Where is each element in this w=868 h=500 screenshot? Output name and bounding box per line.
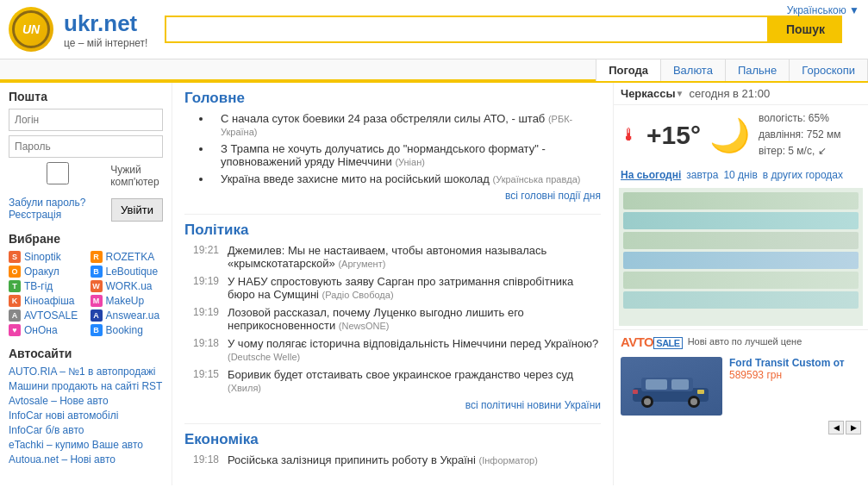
fav-onona[interactable]: ♥ОнОна (9, 324, 82, 336)
foreign-computer-row: Чужий комп'ютер (9, 162, 163, 190)
tab-horoscope[interactable]: Гороскопи (790, 59, 868, 81)
foreign-computer-checkbox[interactable] (9, 162, 107, 184)
vibrane-section: Вибране SSinoptik RROZETKA ООракул BLeBo… (9, 232, 163, 336)
login-input[interactable] (9, 109, 163, 131)
avto-next-btn[interactable]: ▶ (846, 421, 861, 434)
car-info: Ford Transit Custom от 589593 грн (729, 357, 845, 416)
fav-onona-icon: ♥ (9, 324, 21, 336)
fav-rozetka-icon: R (91, 251, 103, 263)
poshta-section: Пошта Чужий комп'ютер Забули пароль? Реє… (9, 90, 163, 222)
fav-answear[interactable]: AAnswear.ua (91, 309, 164, 322)
weather-dropdown-icon: ▼ (676, 89, 684, 98)
autosite-etachki[interactable]: eTachki – купимо Ваше авто (9, 439, 163, 451)
fav-makeup-icon: M (91, 295, 103, 307)
autosite-autoua[interactable]: Autoua.net – Нові авто (9, 453, 163, 466)
weather-body: 🌡 +15° 🌙 вологість: 65% давління: 752 мм… (614, 105, 868, 166)
search-input[interactable] (165, 16, 768, 43)
weather-today-link[interactable]: На сьогодні (621, 169, 681, 181)
section-polityka: Політика 19:21 Джемилев: Мы не настаивае… (184, 222, 601, 411)
fav-rozetka[interactable]: RROZETKA (91, 251, 164, 263)
tab-weather[interactable]: Погода (596, 59, 661, 81)
car-image[interactable] (621, 357, 722, 416)
autosite-rst[interactable]: Машини продають на сайті RST (9, 380, 163, 392)
autosite-infocar-new[interactable]: InfoCar нові автомобілі (9, 409, 163, 422)
fav-tvgid[interactable]: TТВ-гід (9, 280, 82, 292)
all-polityka-link[interactable]: всі політичні новини України (184, 399, 601, 411)
tab-currency[interactable]: Валюта (661, 59, 726, 81)
avto-prev-btn[interactable]: ◀ (828, 421, 844, 434)
svg-point-5 (690, 398, 697, 405)
svg-rect-6 (646, 379, 667, 390)
news-source: (РБК-Україна) (221, 114, 572, 137)
fav-avtosale[interactable]: AAVTOSALE (9, 309, 82, 322)
weather-ad-row (623, 252, 859, 269)
password-input[interactable] (9, 135, 163, 158)
fav-oracle[interactable]: ООракул (9, 266, 82, 278)
news-time: 19:19 (193, 306, 221, 318)
register-link[interactable]: Реєстрація (9, 209, 86, 221)
weather-ad-row (623, 291, 859, 309)
news-time: 19:18 (193, 453, 221, 466)
weather-pressure: давління: 752 мм (759, 127, 841, 143)
car-title[interactable]: Ford Transit Custom от (729, 357, 845, 369)
weather-10days-link[interactable]: 10 днів (723, 169, 757, 181)
news-item: 19:15 Боривик будет отстаивать свое укра… (184, 368, 601, 394)
autosite-infocar-used[interactable]: InfoCar б/в авто (9, 424, 163, 436)
fav-sinoptik[interactable]: SSinoptik (9, 251, 82, 263)
news-source: (Уніан) (395, 157, 425, 167)
section-ekonomika-title[interactable]: Економіка (184, 431, 601, 448)
svg-rect-8 (697, 390, 704, 394)
login-button[interactable]: Увійти (111, 198, 163, 222)
section-holovne-title[interactable]: Головне (184, 90, 601, 107)
logo-text: ukr.net (64, 10, 147, 37)
poshta-title: Пошта (9, 90, 163, 103)
weather-tomorrow-link[interactable]: завтра (686, 169, 718, 181)
news-source: (Українська правда) (493, 174, 581, 184)
news-text: У НАБУ спростовують заяву Сарган про зат… (228, 275, 601, 301)
thermometer-icon: 🌡 (621, 125, 638, 145)
right-tab-group: Погода Валюта Пальне Гороскопи (596, 59, 868, 81)
fav-kinoafisha-icon: K (9, 295, 21, 307)
weather-city[interactable]: Черкассы (621, 87, 676, 100)
weather-other-cities-link[interactable]: в других городах (763, 169, 843, 181)
svg-rect-7 (671, 379, 689, 390)
weather-nav: На сьогодні завтра 10 днів в других горо… (614, 166, 868, 184)
autosite-autoria[interactable]: AUTO.RIA – №1 в автопродажі (9, 366, 163, 378)
fav-booking[interactable]: BBooking (91, 324, 164, 336)
all-holovne-link[interactable]: всі головні події дня (184, 190, 601, 202)
news-content: Головне С начала суток боевики 24 раза о… (172, 83, 614, 485)
fav-kinoafisha[interactable]: KКіноафіша (9, 295, 82, 307)
weather-date: сегодня в 21:00 (690, 87, 771, 100)
fav-makeup[interactable]: MMakeUp (91, 295, 164, 307)
autosite-avtosale[interactable]: Avtosale – Нове авто (9, 395, 163, 407)
news-text: Джемилев: Мы не настаиваем, чтобы автоно… (228, 244, 601, 270)
news-source: (Хвиля) (228, 383, 261, 393)
fav-sinoptik-icon: S (9, 251, 21, 263)
vibrane-title: Вибране (9, 232, 163, 246)
holovne-list: С начала суток боевики 24 раза обстрелял… (200, 112, 601, 185)
tab-fuel[interactable]: Пальне (726, 59, 790, 81)
section-polityka-title[interactable]: Політика (184, 222, 601, 239)
fav-tvgid-icon: T (9, 280, 21, 292)
fav-workua[interactable]: WWORK.ua (91, 280, 164, 292)
weather-temperature: +15° (646, 121, 701, 150)
news-item: 19:21 Джемилев: Мы не настаиваем, чтобы … (184, 244, 601, 270)
search-button[interactable]: Пошук (769, 16, 842, 43)
news-time: 19:21 (193, 244, 221, 256)
fav-booking-icon: B (91, 324, 103, 336)
favorites-grid: SSinoptik RROZETKA ООракул BLeBoutique T… (9, 251, 163, 336)
lang-link[interactable]: Українською ▼ (787, 4, 859, 16)
autosites-section: Автосайти AUTO.RIA – №1 в автопродажі Ма… (9, 347, 163, 466)
logo-tagline: це – мій інтернет! (64, 37, 147, 49)
news-item: 19:19 Лозовой рассказал, почему Луценко … (184, 306, 601, 332)
weather-condition-icon: 🌙 (709, 116, 750, 154)
avtosale-banner[interactable]: AVTOSALE Нові авто по лучшей цене (614, 329, 868, 353)
avto-car-section: Ford Transit Custom от 589593 грн (614, 353, 868, 419)
avtosale-logo: AVTOSALE (621, 334, 683, 349)
news-time: 19:19 (193, 275, 221, 287)
section-holovne: Головне С начала суток боевики 24 раза о… (184, 90, 601, 202)
forgot-password-link[interactable]: Забули пароль? (9, 197, 86, 209)
news-text: Російська залізниця припинить роботу в У… (228, 453, 538, 466)
fav-leboutique[interactable]: BLeBoutique (91, 266, 164, 278)
sale-text: SALE (653, 337, 682, 349)
